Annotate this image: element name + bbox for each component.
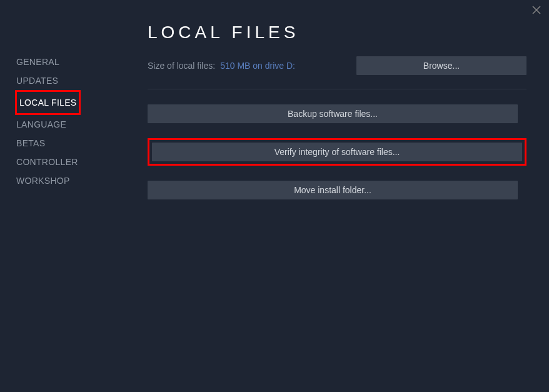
- sidebar-item-language[interactable]: LANGUAGE: [15, 115, 68, 134]
- size-value: 510 MB on drive D:: [220, 61, 295, 71]
- highlight-box: Verify integrity of software files...: [148, 138, 526, 166]
- main-content: LOCAL FILES Size of local files: 510 MB …: [123, 23, 549, 392]
- close-button[interactable]: [530, 4, 543, 16]
- divider: [148, 89, 526, 89]
- sidebar-item-workshop[interactable]: WORKSHOP: [15, 171, 71, 190]
- page-title: LOCAL FILES: [148, 23, 526, 43]
- sidebar: GENERALUPDATESLOCAL FILESLANGUAGEBETASCO…: [0, 23, 123, 392]
- sidebar-item-general[interactable]: GENERAL: [15, 53, 61, 71]
- sidebar-item-controller[interactable]: CONTROLLER: [15, 153, 79, 171]
- sidebar-item-local-files[interactable]: LOCAL FILES: [18, 93, 78, 112]
- size-row: Size of local files: 510 MB on drive D: …: [148, 56, 526, 75]
- browse-button[interactable]: Browse...: [356, 56, 526, 75]
- sidebar-item-betas[interactable]: BETAS: [15, 134, 46, 153]
- action-button-move[interactable]: Move install folder...: [148, 181, 518, 199]
- size-label: Size of local files:: [148, 61, 215, 71]
- action-button-verify[interactable]: Verify integrity of software files...: [152, 143, 522, 161]
- action-button-backup[interactable]: Backup software files...: [148, 104, 518, 123]
- highlight-box: LOCAL FILES: [15, 90, 81, 115]
- close-icon: [532, 6, 541, 14]
- sidebar-item-updates[interactable]: UPDATES: [15, 71, 59, 90]
